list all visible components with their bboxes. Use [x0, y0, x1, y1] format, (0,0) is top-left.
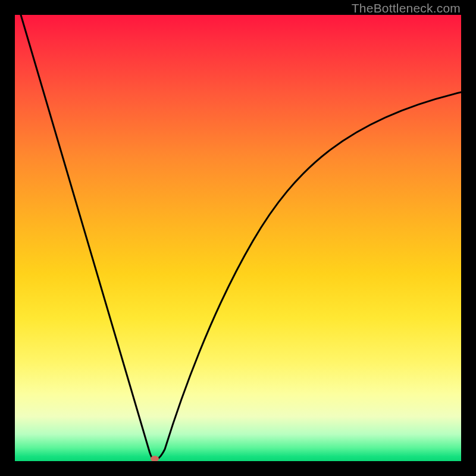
chart-frame: TheBottleneck.com [0, 0, 476, 476]
watermark-text: TheBottleneck.com [352, 1, 461, 15]
plot-area [15, 15, 461, 461]
min-point-marker [151, 456, 159, 461]
bottleneck-curve [15, 15, 461, 461]
